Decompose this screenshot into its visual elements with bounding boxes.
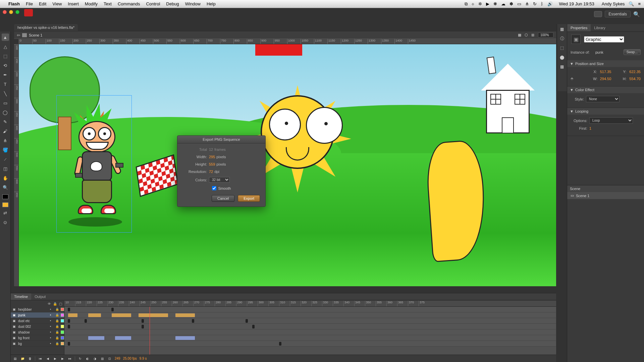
outline-toggle[interactable] [61, 319, 64, 322]
notification-center-icon[interactable]: ≡ [638, 1, 641, 6]
menu-help[interactable]: Help [207, 1, 216, 6]
layer-row[interactable]: ▣shadow•🔒 [11, 329, 64, 335]
frame-tick[interactable]: 315 [290, 301, 301, 306]
frame-tick[interactable]: 240 [129, 301, 140, 306]
link-wh-icon[interactable]: ⬘ [571, 76, 573, 81]
app-name[interactable]: Flash [8, 1, 20, 6]
timeline-tab[interactable]: Timeline [11, 293, 31, 300]
menu-text[interactable]: Text [104, 1, 112, 6]
free-transform-tool[interactable]: ⬚ [2, 52, 9, 60]
play-icon[interactable]: ▶ [486, 1, 489, 6]
frame-tick[interactable]: 255 [161, 301, 172, 306]
paw-icon[interactable]: ✽ [509, 1, 513, 6]
menu-control[interactable]: Control [146, 1, 160, 6]
menu-window[interactable]: Window [185, 1, 201, 6]
volume-icon[interactable]: 🔊 [547, 1, 553, 6]
visibility-toggle[interactable]: • [50, 330, 54, 334]
frame-tick[interactable]: 355 [376, 301, 386, 306]
visibility-toggle[interactable]: • [50, 325, 54, 328]
display-icon[interactable]: ▭ [517, 1, 521, 6]
outline-toggle[interactable] [61, 342, 64, 345]
zoom-level[interactable]: 100% [538, 33, 553, 38]
edit-scene-icon[interactable]: ▦ [518, 33, 523, 38]
color-effect-header[interactable]: ▼Color Effect [567, 86, 644, 93]
menubar-user[interactable]: Andy Sykes [602, 1, 625, 6]
eraser-tool[interactable]: ◫ [2, 165, 9, 172]
lock-toggle[interactable]: 🔒 [55, 342, 59, 345]
frame-tick[interactable]: 245 [140, 301, 150, 306]
transform-panel-icon[interactable]: ⬚ [559, 45, 565, 51]
onion-skin-outlines-button[interactable]: ◑ [93, 356, 97, 361]
step-back-button[interactable]: ◀ [45, 356, 50, 361]
library-tab[interactable]: Library [591, 24, 609, 32]
goto-first-frame-button[interactable]: ⏮ [38, 356, 43, 361]
visibility-toggle[interactable]: • [50, 313, 54, 317]
lock-column-icon[interactable]: 🔒 [53, 302, 57, 306]
looping-options-select[interactable]: Loop [589, 117, 633, 124]
frame-tick[interactable]: 225 [97, 301, 107, 306]
snap-toggle[interactable]: ⊙ [2, 219, 9, 226]
selection-tool[interactable]: ▲ [2, 34, 9, 41]
frame-tick[interactable]: 265 [182, 301, 193, 306]
close-window-button[interactable] [3, 10, 7, 14]
play-button[interactable]: ▶ [53, 356, 57, 361]
frame-tick[interactable]: 325 [311, 301, 322, 306]
layer-row[interactable]: ▣bg front•🔒 [11, 335, 64, 341]
menu-debug[interactable]: Debug [166, 1, 179, 6]
scene-name[interactable]: Scene 1 [29, 33, 42, 37]
x-value[interactable]: 517.35 [600, 70, 611, 74]
brush-tool[interactable]: 🖌 [2, 127, 9, 135]
swatches-panel-icon[interactable]: ▩ [559, 64, 565, 70]
hand-tool[interactable]: ✋ [2, 174, 9, 182]
frame-tick[interactable]: 270 [193, 301, 204, 306]
modify-markers-button[interactable]: ⊡ [107, 356, 112, 361]
workspace-label[interactable]: Essentials [605, 11, 631, 17]
looping-header[interactable]: ▼Looping [567, 108, 644, 115]
lasso-tool[interactable]: ⟲ [2, 62, 9, 69]
line-tool[interactable]: ╲ [2, 90, 9, 97]
pen-tool[interactable]: ✒ [2, 71, 9, 78]
menu-commands[interactable]: Commands [118, 1, 140, 6]
colors-select[interactable]: 32 bit [209, 177, 230, 183]
layer-row[interactable]: ▣punk•🔒 [11, 312, 64, 318]
symbol-type-select[interactable]: Graphic [584, 36, 624, 43]
sync-icon[interactable]: ✲ [478, 1, 482, 6]
frame-tick[interactable]: 305 [268, 301, 279, 306]
frame-tick[interactable]: 260 [172, 301, 182, 306]
new-layer-button[interactable]: ▤ [13, 356, 17, 361]
clip-icon[interactable]: ⊞ [531, 33, 536, 38]
loop-toggle[interactable]: ↻ [78, 356, 83, 361]
frame-tick[interactable]: 340 [343, 301, 354, 306]
output-tab[interactable]: Output [31, 293, 49, 300]
cancel-button[interactable]: Cancel [212, 195, 234, 202]
selection-bounding-box[interactable] [56, 95, 132, 233]
outline-toggle[interactable] [61, 330, 64, 334]
frame-tick[interactable]: 230 [107, 301, 118, 306]
lock-toggle[interactable]: 🔒 [55, 330, 59, 334]
menu-edit[interactable]: Edit [39, 1, 46, 6]
edit-multiple-frames-button[interactable]: ▥ [100, 356, 105, 361]
frame-tick[interactable]: 335 [333, 301, 343, 306]
looping-first-value[interactable]: 1 [589, 126, 591, 130]
menubar-clock[interactable]: Wed 19 Jun 19:53 [559, 1, 594, 6]
dialog-title[interactable]: Export PNG Sequence [177, 136, 265, 143]
bone-tool[interactable]: ⋔ [2, 137, 9, 144]
menu-insert[interactable]: Insert [68, 1, 79, 6]
fill-color-swatch[interactable] [2, 202, 8, 207]
scene-panel-header[interactable]: Scene [567, 185, 644, 192]
frame-tick[interactable]: 235 [118, 301, 129, 306]
layout-icon[interactable] [594, 11, 602, 17]
rectangle-tool[interactable]: ▭ [2, 99, 9, 107]
visibility-toggle[interactable]: • [50, 308, 54, 311]
frame-tick[interactable]: 365 [397, 301, 408, 306]
frame-tick[interactable]: 285 [225, 301, 236, 306]
frame-tick[interactable]: 360 [386, 301, 397, 306]
frame-tick[interactable]: 310 [279, 301, 290, 306]
frame-tick[interactable]: 320 [301, 301, 311, 306]
frame-tick[interactable]: 250 [150, 301, 161, 306]
edit-symbols-icon[interactable]: ⬡ [525, 33, 529, 38]
frame-tick[interactable]: 330 [322, 301, 333, 306]
outline-toggle[interactable] [61, 336, 64, 340]
oval-tool[interactable]: ◯ [2, 109, 9, 116]
visibility-toggle[interactable]: • [50, 319, 54, 322]
